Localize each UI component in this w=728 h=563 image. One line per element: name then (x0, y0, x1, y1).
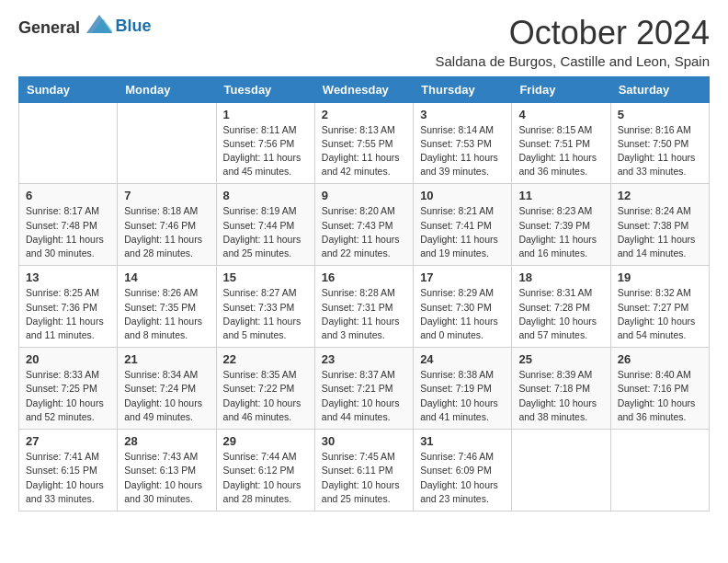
day-info: Sunrise: 8:38 AM Sunset: 7:19 PM Dayligh… (420, 368, 505, 424)
weekday-header: Monday (118, 76, 216, 102)
calendar-cell: 11Sunrise: 8:23 AM Sunset: 7:39 PM Dayli… (512, 184, 610, 266)
day-info: Sunrise: 8:27 AM Sunset: 7:33 PM Dayligh… (223, 286, 308, 342)
day-number: 16 (322, 270, 406, 284)
day-number: 17 (420, 270, 505, 284)
day-number: 18 (518, 270, 603, 284)
calendar-cell: 19Sunrise: 8:32 AM Sunset: 7:27 PM Dayli… (610, 266, 709, 348)
calendar-cell: 10Sunrise: 8:21 AM Sunset: 7:41 PM Dayli… (414, 184, 512, 266)
calendar-cell: 2Sunrise: 8:13 AM Sunset: 7:55 PM Daylig… (314, 102, 413, 184)
day-info: Sunrise: 8:25 AM Sunset: 7:36 PM Dayligh… (26, 286, 110, 342)
day-number: 14 (124, 270, 209, 284)
day-info: Sunrise: 8:28 AM Sunset: 7:31 PM Dayligh… (322, 286, 406, 342)
day-info: Sunrise: 8:11 AM Sunset: 7:56 PM Dayligh… (223, 123, 308, 179)
logo: General Blue (18, 15, 152, 38)
calendar-cell: 6Sunrise: 8:17 AM Sunset: 7:48 PM Daylig… (19, 184, 118, 266)
day-number: 8 (223, 189, 308, 202)
calendar-cell: 27Sunrise: 7:41 AM Sunset: 6:15 PM Dayli… (19, 430, 118, 511)
calendar-cell: 13Sunrise: 8:25 AM Sunset: 7:36 PM Dayli… (19, 266, 118, 348)
day-info: Sunrise: 8:32 AM Sunset: 7:27 PM Dayligh… (618, 286, 702, 342)
calendar-cell: 24Sunrise: 8:38 AM Sunset: 7:19 PM Dayli… (414, 348, 512, 430)
calendar-cell: 26Sunrise: 8:40 AM Sunset: 7:16 PM Dayli… (610, 348, 709, 430)
logo-blue: Blue (116, 17, 152, 36)
day-number: 7 (124, 189, 209, 202)
day-number: 3 (420, 108, 505, 121)
day-number: 20 (26, 352, 110, 366)
calendar-header: SundayMondayTuesdayWednesdayThursdayFrid… (19, 76, 710, 102)
day-info: Sunrise: 7:45 AM Sunset: 6:11 PM Dayligh… (322, 450, 406, 506)
calendar-cell: 25Sunrise: 8:39 AM Sunset: 7:18 PM Dayli… (512, 348, 610, 430)
day-info: Sunrise: 8:16 AM Sunset: 7:50 PM Dayligh… (618, 123, 702, 179)
day-number: 1 (223, 108, 308, 121)
day-info: Sunrise: 8:13 AM Sunset: 7:55 PM Dayligh… (322, 123, 406, 179)
day-number: 25 (518, 352, 603, 366)
weekday-header: Tuesday (216, 76, 314, 102)
calendar-cell (19, 102, 118, 184)
day-info: Sunrise: 7:43 AM Sunset: 6:13 PM Dayligh… (124, 450, 209, 506)
day-info: Sunrise: 8:14 AM Sunset: 7:53 PM Dayligh… (420, 123, 505, 179)
day-number: 9 (322, 189, 406, 202)
day-info: Sunrise: 8:29 AM Sunset: 7:30 PM Dayligh… (420, 286, 505, 342)
calendar-cell: 28Sunrise: 7:43 AM Sunset: 6:13 PM Dayli… (118, 430, 216, 511)
day-info: Sunrise: 8:39 AM Sunset: 7:18 PM Dayligh… (518, 368, 603, 424)
calendar-week-row: 27Sunrise: 7:41 AM Sunset: 6:15 PM Dayli… (19, 430, 710, 511)
logo-icon (86, 15, 112, 33)
day-info: Sunrise: 8:26 AM Sunset: 7:35 PM Dayligh… (124, 286, 209, 342)
weekday-header: Friday (512, 76, 610, 102)
calendar-week-row: 20Sunrise: 8:33 AM Sunset: 7:25 PM Dayli… (19, 348, 710, 430)
calendar-cell: 20Sunrise: 8:33 AM Sunset: 7:25 PM Dayli… (19, 348, 118, 430)
day-info: Sunrise: 8:35 AM Sunset: 7:22 PM Dayligh… (223, 368, 308, 424)
weekday-header: Wednesday (314, 76, 413, 102)
weekday-header: Sunday (19, 76, 118, 102)
calendar-cell: 16Sunrise: 8:28 AM Sunset: 7:31 PM Dayli… (314, 266, 413, 348)
day-info: Sunrise: 8:31 AM Sunset: 7:28 PM Dayligh… (518, 286, 603, 342)
day-number: 11 (518, 189, 603, 202)
calendar-cell: 9Sunrise: 8:20 AM Sunset: 7:43 PM Daylig… (314, 184, 413, 266)
month-year-title: October 2024 (435, 15, 710, 52)
calendar-week-row: 13Sunrise: 8:25 AM Sunset: 7:36 PM Dayli… (19, 266, 710, 348)
calendar-cell: 21Sunrise: 8:34 AM Sunset: 7:24 PM Dayli… (118, 348, 216, 430)
day-info: Sunrise: 8:37 AM Sunset: 7:21 PM Dayligh… (322, 368, 406, 424)
day-number: 30 (322, 434, 406, 448)
calendar-cell (118, 102, 216, 184)
day-number: 28 (124, 434, 209, 448)
day-number: 21 (124, 352, 209, 366)
day-number: 15 (223, 270, 308, 284)
day-number: 26 (618, 352, 702, 366)
calendar-cell: 30Sunrise: 7:45 AM Sunset: 6:11 PM Dayli… (314, 430, 413, 511)
day-info: Sunrise: 8:40 AM Sunset: 7:16 PM Dayligh… (618, 368, 702, 424)
calendar-cell: 31Sunrise: 7:46 AM Sunset: 6:09 PM Dayli… (414, 430, 512, 511)
calendar-week-row: 1Sunrise: 8:11 AM Sunset: 7:56 PM Daylig… (19, 102, 710, 184)
day-info: Sunrise: 8:33 AM Sunset: 7:25 PM Dayligh… (26, 368, 110, 424)
title-section: October 2024 Saldana de Burgos, Castille… (435, 15, 710, 69)
weekday-header: Saturday (610, 76, 709, 102)
calendar-cell: 17Sunrise: 8:29 AM Sunset: 7:30 PM Dayli… (414, 266, 512, 348)
calendar-cell: 7Sunrise: 8:18 AM Sunset: 7:46 PM Daylig… (118, 184, 216, 266)
calendar-cell: 14Sunrise: 8:26 AM Sunset: 7:35 PM Dayli… (118, 266, 216, 348)
day-number: 13 (26, 270, 110, 284)
page-header: General Blue October 2024 Saldana de Bur… (0, 0, 728, 76)
calendar-week-row: 6Sunrise: 8:17 AM Sunset: 7:48 PM Daylig… (19, 184, 710, 266)
calendar-cell: 29Sunrise: 7:44 AM Sunset: 6:12 PM Dayli… (216, 430, 314, 511)
day-number: 10 (420, 189, 505, 202)
day-number: 29 (223, 434, 308, 448)
calendar-table: SundayMondayTuesdayWednesdayThursdayFrid… (18, 76, 710, 511)
calendar-cell: 4Sunrise: 8:15 AM Sunset: 7:51 PM Daylig… (512, 102, 610, 184)
calendar-cell (512, 430, 610, 511)
day-info: Sunrise: 8:24 AM Sunset: 7:38 PM Dayligh… (618, 204, 702, 260)
day-info: Sunrise: 8:18 AM Sunset: 7:46 PM Dayligh… (124, 204, 209, 260)
day-info: Sunrise: 8:21 AM Sunset: 7:41 PM Dayligh… (420, 204, 505, 260)
day-info: Sunrise: 7:46 AM Sunset: 6:09 PM Dayligh… (420, 450, 505, 506)
calendar-cell: 1Sunrise: 8:11 AM Sunset: 7:56 PM Daylig… (216, 102, 314, 184)
day-info: Sunrise: 8:17 AM Sunset: 7:48 PM Dayligh… (26, 204, 110, 260)
day-number: 5 (618, 108, 702, 121)
day-number: 27 (26, 434, 110, 448)
day-info: Sunrise: 7:44 AM Sunset: 6:12 PM Dayligh… (223, 450, 308, 506)
calendar-cell: 3Sunrise: 8:14 AM Sunset: 7:53 PM Daylig… (414, 102, 512, 184)
calendar-cell: 22Sunrise: 8:35 AM Sunset: 7:22 PM Dayli… (216, 348, 314, 430)
day-number: 31 (420, 434, 505, 448)
day-info: Sunrise: 8:19 AM Sunset: 7:44 PM Dayligh… (223, 204, 308, 260)
weekday-header-row: SundayMondayTuesdayWednesdayThursdayFrid… (19, 76, 710, 102)
day-number: 19 (618, 270, 702, 284)
day-info: Sunrise: 7:41 AM Sunset: 6:15 PM Dayligh… (26, 450, 110, 506)
logo-general: General (18, 18, 80, 37)
